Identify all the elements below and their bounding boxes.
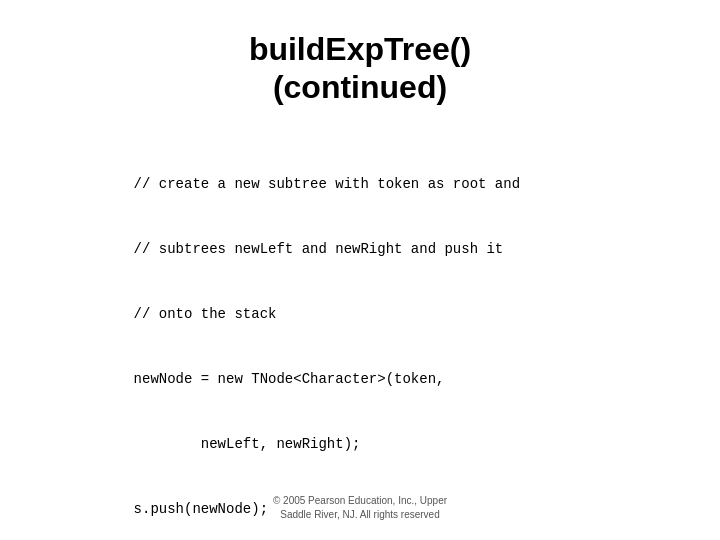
code-line-5: newLeft, newRight); bbox=[100, 434, 680, 456]
code-line-2: // subtrees newLeft and newRight and pus… bbox=[100, 239, 680, 261]
footer: © 2005 Pearson Education, Inc., Upper Sa… bbox=[0, 494, 720, 522]
title-line1: buildExpTree() bbox=[249, 30, 471, 68]
code-line-3: // onto the stack bbox=[100, 304, 680, 326]
code-line-4: newNode = new TNode<Character>(token, bbox=[100, 369, 680, 391]
code-line-1: // create a new subtree with token as ro… bbox=[100, 174, 680, 196]
slide-container: buildExpTree() (continued) // create a n… bbox=[0, 0, 720, 540]
code-block: // create a new subtree with token as ro… bbox=[40, 131, 680, 540]
slide-title: buildExpTree() (continued) bbox=[249, 30, 471, 107]
title-line2: (continued) bbox=[249, 68, 471, 106]
footer-line1: © 2005 Pearson Education, Inc., Upper bbox=[0, 494, 720, 508]
footer-line2: Saddle River, NJ. All rights reserved bbox=[0, 508, 720, 522]
